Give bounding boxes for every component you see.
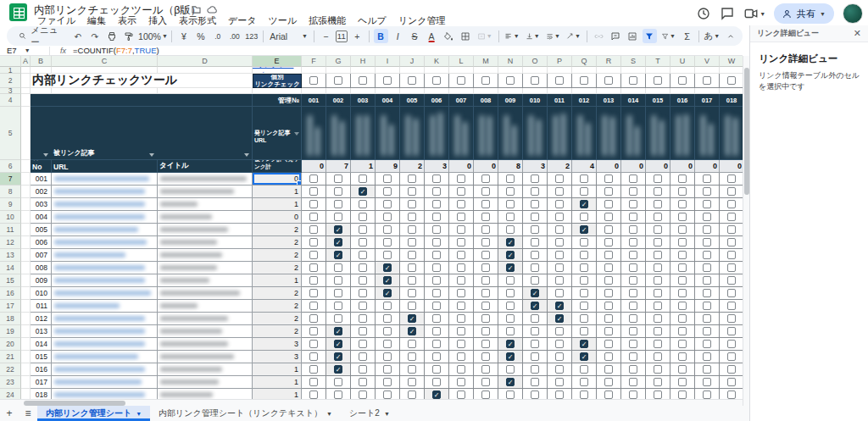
cell[interactable] bbox=[376, 338, 400, 351]
cell[interactable] bbox=[646, 376, 670, 389]
cell[interactable] bbox=[695, 173, 720, 186]
cell[interactable] bbox=[400, 351, 425, 363]
cell[interactable] bbox=[572, 287, 597, 300]
cell[interactable] bbox=[646, 224, 670, 236]
vertical-url-blurred[interactable] bbox=[720, 107, 743, 160]
checkbox[interactable] bbox=[555, 200, 564, 208]
row-header-13[interactable]: 13 bbox=[0, 249, 21, 262]
checkbox[interactable] bbox=[408, 340, 416, 348]
vertical-url-blurred[interactable] bbox=[646, 107, 670, 160]
checkbox[interactable] bbox=[359, 238, 367, 247]
column-total[interactable]: 9 bbox=[376, 160, 400, 173]
checkbox[interactable] bbox=[703, 187, 711, 196]
checkbox[interactable] bbox=[555, 289, 564, 297]
checkbox[interactable] bbox=[555, 352, 564, 361]
checkbox[interactable] bbox=[359, 76, 367, 85]
manage-no-cell[interactable]: 003 bbox=[31, 198, 52, 211]
cell[interactable] bbox=[695, 211, 720, 224]
insert-link-button[interactable] bbox=[592, 29, 606, 43]
url-cell-blurred[interactable] bbox=[52, 262, 158, 274]
cell[interactable] bbox=[670, 363, 695, 376]
checkbox[interactable] bbox=[481, 327, 490, 335]
checkbox[interactable] bbox=[580, 365, 588, 374]
cell[interactable] bbox=[449, 363, 474, 376]
cell[interactable] bbox=[351, 249, 376, 262]
cell[interactable] bbox=[425, 300, 449, 313]
checkbox[interactable] bbox=[334, 76, 342, 85]
cell[interactable] bbox=[597, 249, 621, 262]
cell[interactable] bbox=[376, 224, 400, 236]
cell[interactable] bbox=[326, 300, 351, 313]
manage-number-006[interactable]: 006 bbox=[425, 94, 449, 107]
cell[interactable]: ✓ bbox=[326, 249, 351, 262]
checkbox[interactable] bbox=[309, 238, 318, 247]
sheets-logo-icon[interactable] bbox=[9, 3, 27, 21]
checkbox[interactable] bbox=[654, 76, 662, 85]
close-icon[interactable]: ✕ bbox=[854, 28, 861, 39]
cell[interactable] bbox=[597, 173, 621, 186]
menu-挿入[interactable]: 挿入 bbox=[143, 14, 172, 25]
checkbox[interactable] bbox=[457, 76, 465, 85]
cell[interactable] bbox=[474, 211, 498, 224]
checkbox[interactable] bbox=[383, 365, 392, 374]
cell[interactable] bbox=[351, 88, 376, 94]
cell[interactable] bbox=[670, 338, 695, 351]
checkbox[interactable] bbox=[555, 391, 564, 399]
cell[interactable] bbox=[646, 186, 670, 198]
checkbox[interactable]: ✓ bbox=[383, 276, 392, 285]
checkbox[interactable] bbox=[359, 352, 367, 361]
cell[interactable] bbox=[376, 236, 400, 249]
cell[interactable] bbox=[498, 224, 523, 236]
cell[interactable] bbox=[449, 173, 474, 186]
column-header-E[interactable]: E bbox=[253, 56, 302, 67]
comments-icon[interactable] bbox=[720, 6, 735, 21]
cell[interactable] bbox=[597, 236, 621, 249]
checkbox[interactable] bbox=[678, 76, 687, 85]
row-header-3[interactable]: 3 bbox=[0, 88, 21, 94]
checkbox[interactable] bbox=[383, 225, 392, 234]
cell[interactable] bbox=[351, 67, 376, 74]
checkbox[interactable] bbox=[580, 378, 588, 386]
vertical-url-blurred[interactable] bbox=[670, 107, 695, 160]
checkbox[interactable] bbox=[580, 238, 588, 247]
cell[interactable]: ✓ bbox=[572, 338, 597, 351]
share-button[interactable]: 共有 ▼ bbox=[774, 3, 834, 24]
cell[interactable] bbox=[351, 198, 376, 211]
checkbox[interactable] bbox=[580, 302, 588, 310]
url-cell-blurred[interactable] bbox=[52, 173, 158, 186]
vertical-url-blurred[interactable] bbox=[621, 107, 646, 160]
checkbox[interactable] bbox=[359, 378, 367, 386]
cell[interactable] bbox=[670, 88, 695, 94]
cell[interactable] bbox=[720, 236, 743, 249]
cell[interactable] bbox=[474, 287, 498, 300]
merge-cells-button[interactable]: ▼ bbox=[476, 29, 494, 43]
manage-number-018[interactable]: 018 bbox=[720, 94, 743, 107]
checkbox[interactable] bbox=[457, 365, 465, 374]
cell[interactable] bbox=[498, 274, 523, 287]
cell[interactable] bbox=[425, 67, 449, 74]
cell[interactable] bbox=[21, 186, 31, 198]
print-button[interactable] bbox=[105, 29, 120, 43]
cell[interactable] bbox=[498, 74, 523, 88]
checkbox[interactable] bbox=[432, 289, 441, 297]
all-sheets-button[interactable]: ≡ bbox=[19, 407, 37, 419]
bold-button[interactable]: B bbox=[374, 29, 388, 43]
menu-表示形式[interactable]: 表示形式 bbox=[174, 14, 221, 25]
cell[interactable] bbox=[425, 363, 449, 376]
cell[interactable] bbox=[695, 88, 720, 94]
cell[interactable] bbox=[572, 88, 597, 94]
cell[interactable] bbox=[523, 363, 548, 376]
column-header-U[interactable]: U bbox=[670, 56, 695, 67]
checkbox[interactable] bbox=[359, 302, 367, 310]
manage-no-cell[interactable]: 016 bbox=[31, 363, 52, 376]
checkbox[interactable] bbox=[432, 251, 441, 259]
cell[interactable] bbox=[425, 262, 449, 274]
name-box[interactable]: E7▼ bbox=[0, 46, 49, 55]
cell[interactable] bbox=[621, 224, 646, 236]
cell[interactable] bbox=[621, 67, 646, 74]
cell[interactable] bbox=[498, 313, 523, 325]
checkbox[interactable] bbox=[359, 327, 367, 335]
cell[interactable] bbox=[302, 67, 326, 74]
cell[interactable] bbox=[646, 363, 670, 376]
checkbox[interactable] bbox=[506, 174, 515, 183]
